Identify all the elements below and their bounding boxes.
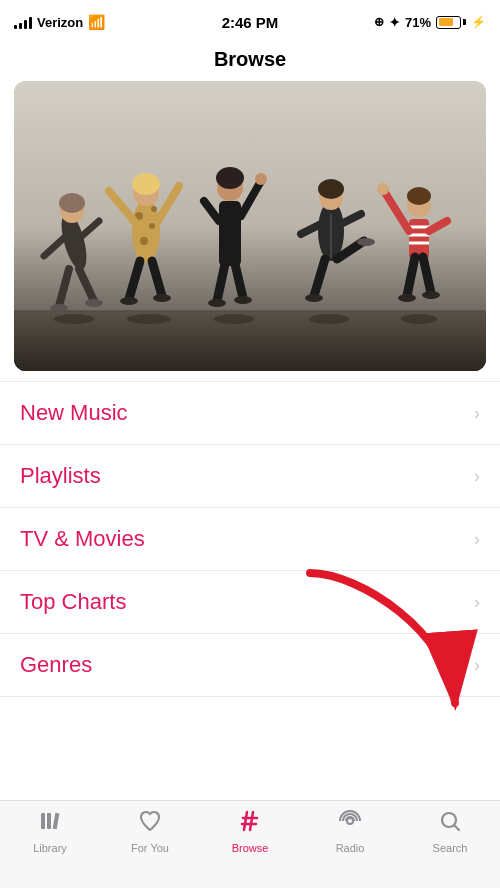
search-icon: [438, 809, 462, 839]
chevron-icon: ›: [474, 592, 480, 613]
tab-radio-label: Radio: [336, 842, 365, 854]
svg-point-18: [132, 173, 160, 195]
chevron-icon: ›: [474, 529, 480, 550]
bluetooth-icon: ✦: [389, 15, 400, 30]
tab-library[interactable]: Library: [0, 809, 100, 854]
svg-point-30: [255, 173, 267, 185]
for-you-icon: [138, 809, 162, 839]
svg-point-33: [208, 299, 226, 307]
svg-point-57: [422, 291, 440, 299]
status-bar: Verizon 📶 2:46 PM ⊕ ✦ 71% ⚡: [0, 0, 500, 44]
tab-browse-label: Browse: [232, 842, 269, 854]
signal-icon: [14, 15, 32, 29]
svg-line-68: [455, 826, 460, 831]
svg-point-11: [85, 299, 103, 307]
svg-point-56: [398, 294, 416, 302]
page-title: Browse: [0, 44, 500, 81]
chevron-icon: ›: [474, 655, 480, 676]
status-time: 2:46 PM: [222, 14, 279, 31]
svg-point-62: [401, 314, 437, 324]
status-left: Verizon 📶: [14, 14, 105, 30]
status-right: ⊕ ✦ 71% ⚡: [374, 15, 486, 30]
svg-point-15: [140, 237, 148, 245]
tab-for-you-label: For You: [131, 842, 169, 854]
menu-item-genres[interactable]: Genres ›: [0, 634, 500, 697]
svg-point-50: [407, 187, 431, 205]
svg-rect-25: [219, 201, 241, 266]
svg-point-38: [318, 179, 344, 199]
svg-point-34: [234, 296, 252, 304]
svg-point-23: [120, 297, 138, 305]
chevron-icon: ›: [474, 403, 480, 424]
menu-list: New Music › Playlists › TV & Movies › To…: [0, 381, 500, 697]
svg-rect-64: [41, 813, 45, 829]
svg-point-24: [153, 294, 171, 302]
carrier-label: Verizon: [37, 15, 83, 30]
tab-search-label: Search: [433, 842, 468, 854]
svg-point-44: [357, 238, 375, 246]
hero-image-container: [0, 81, 500, 371]
hero-scene: [14, 81, 486, 371]
svg-point-58: [54, 314, 94, 324]
tab-bar: Library For You Browse: [0, 800, 500, 888]
menu-item-top-charts[interactable]: Top Charts ›: [0, 571, 500, 634]
svg-rect-65: [47, 813, 51, 829]
battery-percent-label: 71%: [405, 15, 431, 30]
svg-rect-45: [409, 219, 429, 259]
svg-point-52: [377, 183, 389, 195]
svg-point-59: [127, 314, 171, 324]
tab-search[interactable]: Search: [400, 809, 500, 854]
svg-point-66: [347, 818, 353, 824]
svg-point-43: [305, 294, 323, 302]
location-icon: ⊕: [374, 15, 384, 29]
library-icon: [38, 809, 62, 839]
menu-item-playlists[interactable]: Playlists ›: [0, 445, 500, 508]
svg-point-61: [309, 314, 349, 324]
bolt-icon: ⚡: [471, 15, 486, 29]
svg-point-10: [50, 304, 68, 312]
wifi-icon: 📶: [88, 14, 105, 30]
chevron-icon: ›: [474, 466, 480, 487]
svg-point-5: [59, 193, 85, 213]
hero-svg: [14, 81, 486, 371]
browse-icon: [238, 809, 262, 839]
radio-icon: [338, 809, 362, 839]
tab-browse[interactable]: Browse: [200, 809, 300, 854]
hero-image: [14, 81, 486, 371]
svg-point-14: [149, 223, 155, 229]
menu-item-new-music[interactable]: New Music ›: [0, 381, 500, 445]
svg-point-16: [151, 206, 157, 212]
tab-for-you[interactable]: For You: [100, 809, 200, 854]
menu-item-tv-movies[interactable]: TV & Movies ›: [0, 508, 500, 571]
tab-radio[interactable]: Radio: [300, 809, 400, 854]
svg-point-60: [214, 314, 254, 324]
svg-point-27: [216, 167, 244, 189]
tab-library-label: Library: [33, 842, 67, 854]
battery-icon: [436, 16, 466, 29]
